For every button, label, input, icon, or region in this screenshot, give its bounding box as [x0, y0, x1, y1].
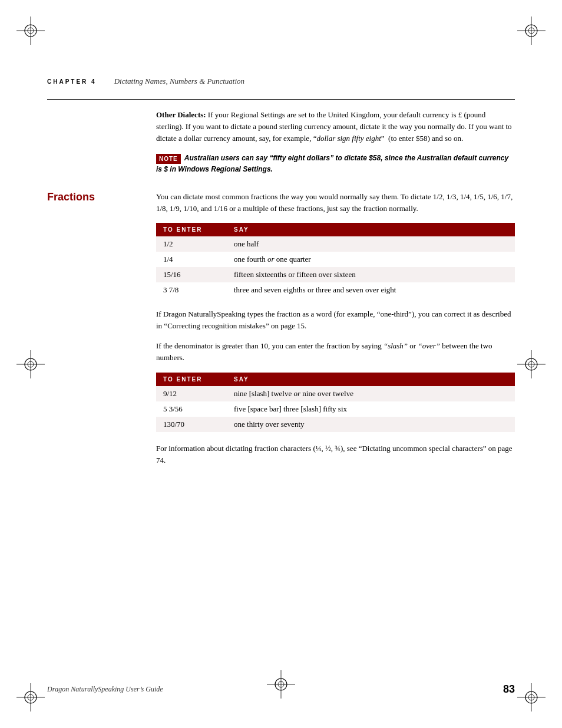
table1-row1-say: one half	[227, 236, 515, 252]
chapter-label: CHAPTER 4	[47, 78, 97, 85]
corner-mark-mid-l	[16, 350, 45, 378]
table2-header-enter: TO ENTER	[156, 373, 227, 386]
fractions-heading: Fractions	[47, 191, 95, 203]
table2-row2-say: five [space bar] three [slash] fifty six	[227, 401, 515, 417]
table-row: 1/4 one fourth or one quarter	[156, 252, 515, 267]
fractions-heading-container: Fractions	[47, 191, 141, 203]
chapter-subtitle: Dictating Names, Numbers & Punctuation	[114, 77, 244, 86]
fractions-paragraph4: For information about dictating fraction…	[156, 443, 515, 466]
table-row: 5 3/56 five [space bar] three [slash] fi…	[156, 401, 515, 417]
table1-header-row: TO ENTER SAY	[156, 223, 515, 236]
fractions-table1: TO ENTER SAY 1/2 one half 1/4 one fourth…	[156, 223, 515, 298]
table-row: 130/70 one thirty over seventy	[156, 417, 515, 432]
table2-row1-enter: 9/12	[156, 386, 227, 401]
table1-row4-say: three and seven eighths or three and sev…	[227, 282, 515, 298]
corner-mark-bl	[16, 683, 45, 711]
table1-row2-enter: 1/4	[156, 252, 227, 267]
table1-row3-say: fifteen sixteenths or fifteen over sixte…	[227, 267, 515, 282]
corner-mark-br	[517, 683, 546, 711]
fractions-paragraph1: You can dictate most common fractions th…	[156, 191, 515, 215]
note-content: Australian users can say “fifty eight do…	[156, 154, 508, 173]
footer-title: Dragon NaturallySpeaking User’s Guide	[47, 685, 163, 694]
table1-header-enter: TO ENTER	[156, 223, 227, 236]
page-footer: Dragon NaturallySpeaking User’s Guide 83	[47, 683, 515, 696]
main-content: Other Dialects: If your Regional Setting…	[47, 109, 515, 475]
note-box: NOTEAustralian users can say “fifty eigh…	[156, 153, 515, 174]
header-rule	[47, 99, 515, 100]
page-header: CHAPTER 4 Dictating Names, Numbers & Pun…	[47, 77, 515, 86]
table2-header-row: TO ENTER SAY	[156, 373, 515, 386]
table1-header-say: SAY	[227, 223, 515, 236]
table1-row4-enter: 3 7/8	[156, 282, 227, 298]
fractions-content: You can dictate most common fractions th…	[156, 191, 515, 466]
fractions-table2: TO ENTER SAY 9/12 nine [slash] twelve or…	[156, 373, 515, 432]
other-dialects-paragraph: Other Dialects: If your Regional Setting…	[156, 109, 515, 144]
table2-row1-say: nine [slash] twelve or nine over twelve	[227, 386, 515, 401]
table-row: 1/2 one half	[156, 236, 515, 252]
table1-row3-enter: 15/16	[156, 267, 227, 282]
page-number: 83	[503, 683, 515, 696]
table-row: 15/16 fifteen sixteenths or fifteen over…	[156, 267, 515, 282]
corner-mark-tr	[517, 17, 546, 45]
corner-mark-tl	[16, 17, 45, 45]
corner-mark-mid-r	[517, 350, 546, 378]
note-text: NOTEAustralian users can say “fifty eigh…	[156, 153, 515, 174]
fractions-section: Fractions You can dictate most common fr…	[47, 191, 515, 466]
fractions-paragraph3: If the denominator is greater than 10, y…	[156, 340, 515, 364]
table-row: 9/12 nine [slash] twelve or nine over tw…	[156, 386, 515, 401]
table2-row3-say: one thirty over seventy	[227, 417, 515, 432]
fractions-paragraph2: If Dragon NaturallySpeaking types the fr…	[156, 308, 515, 332]
table1-row2-say: one fourth or one quarter	[227, 252, 515, 267]
other-dialects-section: Other Dialects: If your Regional Setting…	[156, 109, 515, 174]
table1-row1-enter: 1/2	[156, 236, 227, 252]
table-row: 3 7/8 three and seven eighths or three a…	[156, 282, 515, 298]
page: CHAPTER 4 Dictating Names, Numbers & Pun…	[0, 0, 562, 728]
note-label: NOTE	[156, 154, 181, 164]
table2-header-say: SAY	[227, 373, 515, 386]
table2-row2-enter: 5 3/56	[156, 401, 227, 417]
table2-row3-enter: 130/70	[156, 417, 227, 432]
